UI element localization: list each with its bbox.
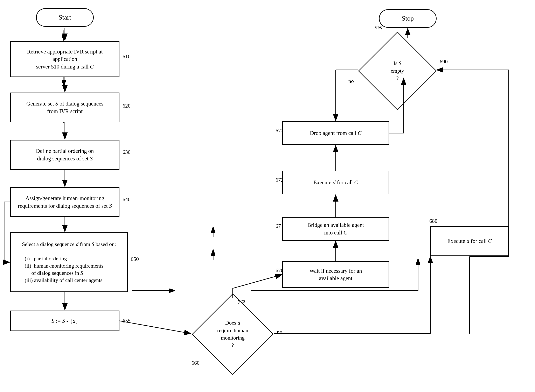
- label-660: 660: [191, 360, 200, 366]
- label-650: 650: [131, 256, 139, 262]
- box-640: Assign/generate human-monitoringrequirem…: [10, 187, 119, 217]
- box-610: Retrieve appropriate IVR script at appli…: [10, 41, 119, 77]
- diamond-690: Is Sempty?: [358, 38, 437, 104]
- label-655: 655: [123, 318, 131, 324]
- label-672: 672: [276, 177, 284, 183]
- box-680: Execute d for call C: [430, 226, 509, 256]
- box-620: Generate set S of dialog sequencesfrom I…: [10, 93, 119, 122]
- no-label-690: no: [349, 78, 354, 84]
- yes-label-690: yes: [375, 24, 382, 30]
- label-670: 670: [276, 267, 284, 274]
- yes-label-660: yes: [238, 298, 245, 304]
- svg-line-21: [233, 275, 282, 288]
- box-672: Execute d for call C: [282, 171, 389, 194]
- label-680: 680: [429, 218, 437, 224]
- no-label-660: no: [277, 329, 282, 335]
- diamond-660: Does drequire humanmonitoring?: [191, 297, 274, 371]
- label-671: 671: [276, 223, 284, 229]
- box-670: Wait if necessary for anavailable agent: [282, 261, 389, 288]
- start-terminal: Start: [36, 8, 94, 27]
- label-690: 690: [440, 59, 448, 65]
- box-673: Drop agent from call C: [282, 121, 389, 145]
- flowchart-diagram: Start Retrieve appropriate IVR script at…: [0, 0, 535, 392]
- label-620: 620: [123, 103, 131, 109]
- label-640: 640: [123, 196, 131, 203]
- box-630: Define partial ordering ondialog sequenc…: [10, 140, 119, 170]
- box-655: S := S - {d}: [10, 311, 119, 331]
- label-610: 610: [123, 53, 131, 60]
- box-671: Bridge an available agentinto call C: [282, 217, 389, 241]
- stop-terminal: Stop: [379, 9, 437, 28]
- box-650: Select a dialog sequence d from S based …: [10, 232, 128, 292]
- label-673: 673: [276, 127, 284, 134]
- label-630: 630: [123, 149, 131, 155]
